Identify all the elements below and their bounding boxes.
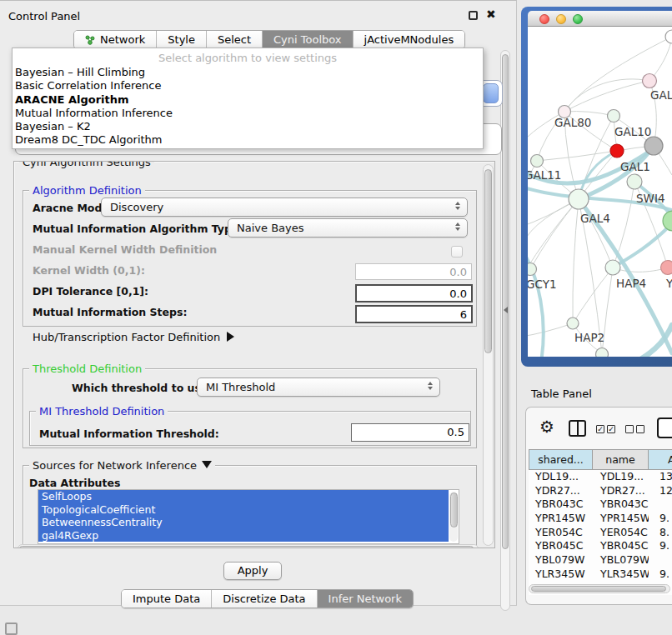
list-scrollbar[interactable] bbox=[449, 492, 458, 542]
node-label: HAP2 bbox=[574, 331, 604, 344]
hub-transcription-factor-expander[interactable]: Hub/Transcription Factor Definition bbox=[33, 331, 234, 343]
network-canvas[interactable]: GALGAL80GAL10GAL1GAL11SWI4GAL4GCY1HAP4YH… bbox=[528, 27, 672, 357]
tab-label: Infer Network bbox=[328, 592, 402, 605]
deselect-all-checkboxes-icon[interactable] bbox=[625, 425, 644, 433]
tab-style[interactable]: Style bbox=[156, 31, 206, 48]
float-window-icon[interactable] bbox=[469, 11, 478, 20]
document-icon[interactable] bbox=[657, 418, 672, 438]
network-node-gal11[interactable] bbox=[531, 155, 544, 168]
table-row[interactable]: YBL079WYBL079W bbox=[529, 553, 672, 568]
scrollbar-thumb[interactable] bbox=[502, 54, 509, 549]
network-node[interactable] bbox=[596, 348, 609, 358]
tab-jactivemnodules[interactable]: jActiveMNodules bbox=[353, 31, 465, 48]
tab-impute-data[interactable]: Impute Data bbox=[122, 590, 211, 608]
collapsed-panel-icon[interactable] bbox=[5, 622, 18, 635]
network-node[interactable] bbox=[665, 30, 672, 43]
algorithm-option[interactable]: Dream8 DC_TDC Algorithm bbox=[13, 133, 483, 147]
network-node-swi4[interactable] bbox=[627, 174, 642, 189]
table-panel: ⚙ ✓✓ shared...nameA YDL19...YDL19...13YD… bbox=[525, 407, 672, 605]
settings-group-title: Cyni Algorithm Settings bbox=[19, 161, 154, 168]
node-label: GAL bbox=[650, 88, 672, 102]
column-header[interactable]: shared... bbox=[529, 449, 593, 470]
tab-discretize-data[interactable]: Discretize Data bbox=[211, 590, 316, 608]
collapse-arrow-icon bbox=[202, 461, 212, 468]
table-cell: YBR043C bbox=[529, 498, 593, 512]
tab-infer-network[interactable]: Infer Network bbox=[317, 590, 413, 608]
close-icon[interactable]: ✖ bbox=[486, 8, 496, 21]
table-row[interactable]: YBR043CYBR043C bbox=[529, 498, 672, 512]
mi-steps-field[interactable]: 6 bbox=[355, 305, 473, 323]
scrollbar-thumb[interactable] bbox=[484, 169, 492, 353]
network-node-gcy1[interactable] bbox=[528, 263, 537, 276]
table-cell: 9. bbox=[649, 568, 672, 582]
combo-arrows-icon bbox=[455, 202, 460, 210]
mi-threshold-definition-title: MI Threshold Definition bbox=[36, 405, 168, 418]
settings-vertical-scrollbar[interactable] bbox=[483, 164, 494, 546]
scrollbar-thumb[interactable] bbox=[531, 586, 666, 592]
network-node-hap4[interactable] bbox=[605, 260, 620, 275]
aracne-mode-select[interactable]: Discovery bbox=[101, 198, 468, 217]
network-node-gal[interactable] bbox=[643, 74, 657, 88]
tab-label: Select bbox=[218, 33, 251, 46]
attribute-list-item[interactable]: SelfLoops bbox=[38, 490, 449, 503]
attribute-list-item[interactable]: TopologicalCoefficient bbox=[38, 503, 449, 517]
table-row[interactable]: YDL19...YDL19...13 bbox=[529, 470, 672, 484]
network-node[interactable] bbox=[644, 137, 663, 155]
manual-kernel-width-checkbox[interactable] bbox=[451, 246, 463, 258]
settings-horizontal-scrollbar[interactable] bbox=[18, 544, 479, 548]
which-threshold-select[interactable]: MI Threshold bbox=[197, 378, 440, 397]
zoom-traffic-light-icon[interactable] bbox=[573, 14, 583, 24]
algorithm-option[interactable]: Bayesian – Hill Climbing bbox=[13, 66, 483, 79]
algorithm-option[interactable]: Basic Correlation Inference bbox=[13, 79, 483, 92]
scrollbar-thumb[interactable] bbox=[450, 492, 458, 528]
table-row[interactable]: YPR145WYPR145W9. bbox=[529, 512, 672, 526]
mi-algorithm-type-select[interactable]: Naive Bayes bbox=[228, 218, 468, 238]
tab-network[interactable]: Network bbox=[74, 31, 156, 48]
network-node-gal4[interactable] bbox=[569, 189, 589, 209]
kernel-width-field[interactable]: 0.0 bbox=[355, 263, 472, 280]
tab-cyni-toolbox[interactable]: Cyni Toolbox bbox=[262, 31, 353, 48]
network-node-y[interactable] bbox=[661, 261, 672, 275]
table-row[interactable]: YDR27...YDR27...12 bbox=[529, 484, 672, 498]
table-row[interactable]: YBR045CYBR045C9. bbox=[529, 539, 672, 553]
sources-group-title[interactable]: Sources for Network Inference bbox=[29, 459, 215, 472]
algorithm-option[interactable]: Mutual Information Inference bbox=[13, 107, 483, 120]
dropdown-placeholder: Select algorithm to view settings bbox=[13, 50, 483, 66]
table-header-row: shared...nameA bbox=[529, 449, 672, 470]
gear-icon[interactable]: ⚙ bbox=[539, 417, 554, 437]
mi-threshold-field[interactable]: 0.5 bbox=[351, 423, 469, 442]
divider-collapse-icon[interactable] bbox=[504, 307, 508, 313]
column-header[interactable]: name bbox=[593, 449, 649, 470]
apply-button[interactable]: Apply bbox=[223, 562, 282, 580]
attribute-list-item[interactable]: gal4RGexp bbox=[38, 529, 449, 542]
data-attributes-list[interactable]: SelfLoopsTopologicalCoefficientBetweenne… bbox=[38, 489, 459, 544]
dpi-tolerance-field[interactable]: 0.0 bbox=[355, 284, 473, 302]
node-label: SWI4 bbox=[636, 192, 665, 205]
table-cell bbox=[649, 498, 672, 512]
table-row[interactable]: YLR345WYLR345W9. bbox=[529, 568, 672, 582]
select-all-checkboxes-icon[interactable]: ✓✓ bbox=[596, 425, 615, 433]
split-columns-icon[interactable] bbox=[569, 420, 586, 437]
algorithm-option[interactable]: ARACNE Algorithm bbox=[13, 93, 483, 107]
close-traffic-light-icon[interactable] bbox=[539, 14, 549, 24]
mi-threshold-label: Mutual Information Threshold: bbox=[39, 428, 219, 440]
network-node-gal1[interactable] bbox=[610, 144, 624, 158]
table-horizontal-scrollbar[interactable] bbox=[529, 584, 670, 593]
column-header[interactable]: A bbox=[649, 449, 672, 470]
which-threshold-label: Which threshold to use: bbox=[72, 382, 212, 394]
table-cell: 12 bbox=[649, 484, 672, 498]
network-node-gal10[interactable] bbox=[608, 110, 620, 122]
table-cell: YER054C bbox=[529, 526, 593, 540]
table-cell: YDL19... bbox=[593, 470, 649, 484]
algorithm-option[interactable]: Bayesian – K2 bbox=[13, 120, 483, 133]
scrollbar-thumb[interactable] bbox=[19, 546, 474, 548]
attribute-list-item[interactable]: BetweennessCentrality bbox=[38, 516, 449, 529]
table-row[interactable]: YER054CYER054C8. bbox=[529, 526, 672, 540]
network-node-hap2[interactable] bbox=[567, 318, 579, 329]
tab-select[interactable]: Select bbox=[206, 31, 262, 48]
minimize-traffic-light-icon[interactable] bbox=[556, 14, 566, 24]
table-cell: YBL079W bbox=[593, 553, 649, 568]
dpi-tolerance-label: DPI Tolerance [0,1]: bbox=[33, 285, 148, 298]
network-node[interactable] bbox=[663, 211, 672, 231]
network-window-titlebar[interactable] bbox=[528, 11, 672, 27]
